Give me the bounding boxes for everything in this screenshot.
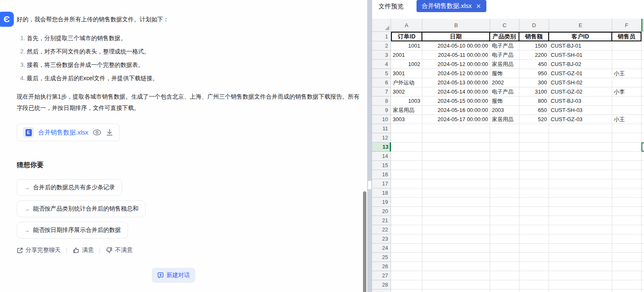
sheet-cell[interactable] [549,289,612,292]
sheet-cell[interactable] [391,216,422,225]
sheet-header-cell[interactable]: 销售员 [612,32,641,41]
row-header-8[interactable]: 8 [372,96,391,106]
sheet-cell[interactable] [422,216,490,225]
sheet-cell[interactable]: 300 [519,78,549,87]
sheet-cell[interactable]: 1003 [391,96,422,106]
sheet-cell[interactable] [422,271,490,280]
sheet-cell[interactable] [612,170,641,179]
row-header-29[interactable]: 29 [372,289,391,292]
row-header-13[interactable]: 13 [372,142,391,152]
sheet-cell[interactable] [641,271,644,280]
sheet-cell[interactable] [612,289,641,292]
download-icon[interactable] [106,129,113,136]
sheet-cell[interactable] [549,216,612,225]
preview-scrollbar-thumb[interactable] [368,181,371,189]
sheet-cell[interactable] [549,124,612,133]
sheet-cell[interactable] [391,170,422,179]
sheet-header-cell[interactable]: 产品类别 [490,32,519,41]
sheet-cell[interactable]: 户外运动 [391,78,422,87]
sheet-cell[interactable] [612,262,641,271]
sheet-cell[interactable]: 家居用品 [490,115,519,124]
sheet-cell[interactable] [612,133,641,142]
row-header-4[interactable]: 4 [372,60,391,69]
row-header-6[interactable]: 6 [372,78,391,87]
sheet-cell[interactable]: 3001 [391,69,422,78]
sheet-cell[interactable] [612,96,641,106]
sheet-cell[interactable] [549,198,612,207]
sheet-cell[interactable] [549,161,612,170]
sheet-cell[interactable]: CUST-SH-03 [549,106,612,115]
sheet-cell[interactable] [519,142,549,152]
sheet-cell[interactable] [391,244,422,253]
sheet-cell[interactable] [549,271,612,280]
sheet-cell[interactable] [519,152,549,161]
sheet-cell[interactable] [641,51,644,60]
sheet-cell[interactable]: 电子产品 [490,41,519,51]
sheet-cell[interactable] [641,170,644,179]
sheet-cell[interactable] [490,170,519,179]
sheet-cell[interactable] [490,280,519,289]
sheet-cell[interactable] [641,179,644,188]
row-header-2[interactable]: 2 [372,41,391,51]
sheet-cell[interactable]: CUST-GZ-01 [549,69,612,78]
new-chat-button[interactable]: 新建对话 [152,268,195,283]
sheet-cell[interactable] [422,152,490,161]
sheet-cell[interactable] [641,115,644,124]
sheet-cell[interactable] [422,179,490,188]
column-header-A[interactable]: A [391,19,422,32]
sheet-cell[interactable] [422,124,490,133]
suggestion-chip[interactable]: → 能否按日期排序展示合并后的数据 [17,222,128,239]
sheet-cell[interactable] [519,262,549,271]
sheet-cell[interactable] [519,216,549,225]
sheet-cell[interactable] [549,207,612,216]
sheet-cell[interactable]: 家居用品 [391,106,422,115]
sheet-cell[interactable] [391,133,422,142]
row-header-20[interactable]: 20 [372,207,391,216]
sheet-cell[interactable]: 3100 [519,87,549,96]
sheet-cell[interactable] [422,244,490,253]
row-header-27[interactable]: 27 [372,271,391,280]
sheet-cell[interactable]: 2024-05-15 00:00:00 [422,96,490,106]
sheet-cell[interactable]: CUST-SH-02 [549,78,612,87]
sheet-cell[interactable]: 电子产品 [490,87,519,96]
sheet-cell[interactable] [641,78,644,87]
row-header-18[interactable]: 18 [372,188,391,198]
file-attachment-card[interactable]: E 合并销售数据.xlsx [17,124,120,141]
sheet-cell[interactable] [549,142,612,152]
sheet-cell[interactable]: 3002 [391,87,422,96]
sheet-cell[interactable] [519,198,549,207]
sheet-cell[interactable] [422,142,490,152]
sheet-cell[interactable] [612,51,641,60]
sheet-cell[interactable]: 服饰 [490,69,519,78]
sheet-cell[interactable]: 2024-05-12 00:00:00 [422,69,490,78]
sheet-cell[interactable] [422,188,490,198]
sheet-cell[interactable] [641,234,644,244]
thumbs-up-button[interactable]: 满意 [73,246,94,254]
sheet-cell[interactable]: 小王 [612,115,641,124]
sheet-cell[interactable] [612,234,641,244]
sheet-cell[interactable]: 2024-05-14 00:00:00 [422,87,490,96]
sheet-cell[interactable] [549,262,612,271]
sheet-cell[interactable] [391,225,422,234]
sheet-cell[interactable] [641,152,644,161]
sheet-cell[interactable] [490,244,519,253]
sheet-cell[interactable] [641,280,644,289]
sheet-cell[interactable] [519,170,549,179]
row-header-17[interactable]: 17 [372,179,391,188]
sheet-cell[interactable] [612,106,641,115]
sheet-cell[interactable] [422,207,490,216]
sheet-cell[interactable] [612,188,641,198]
sheet-cell[interactable] [391,124,422,133]
sheet-cell[interactable] [422,198,490,207]
sheet-cell[interactable] [391,253,422,262]
row-header-9[interactable]: 9 [372,106,391,115]
sheet-cell[interactable] [519,289,549,292]
sheet-cell[interactable] [519,225,549,234]
sheet-cell[interactable] [391,198,422,207]
row-header-21[interactable]: 21 [372,216,391,225]
sheet-cell[interactable] [391,234,422,244]
sheet-cell[interactable] [612,152,641,161]
sheet-cell[interactable] [391,289,422,292]
sheet-cell[interactable] [641,124,644,133]
sheet-cell[interactable] [549,234,612,244]
